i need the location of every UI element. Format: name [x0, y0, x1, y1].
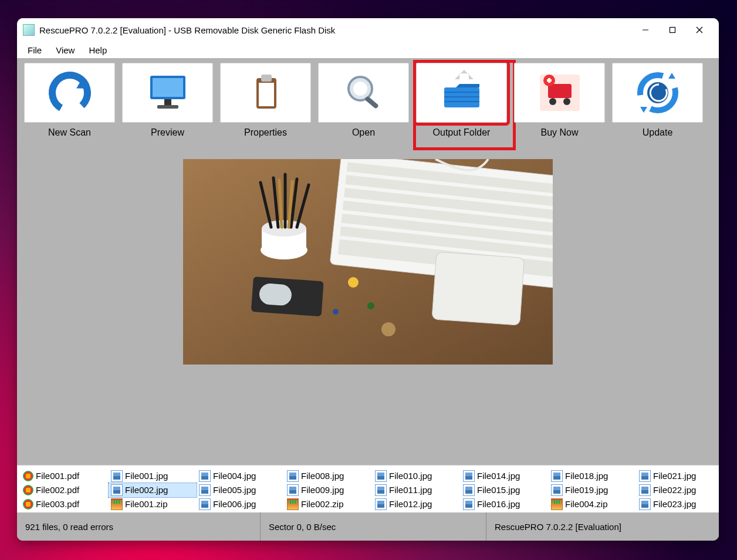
- file-item[interactable]: File002.zip: [285, 497, 373, 511]
- file-item[interactable]: File002.jpg: [109, 483, 197, 497]
- file-item[interactable]: File016.jpg: [461, 497, 549, 511]
- pdf-file-icon: [23, 485, 33, 495]
- file-item[interactable]: File018.jpg: [549, 469, 637, 483]
- file-item[interactable]: File008.jpg: [285, 469, 373, 483]
- zip-file-icon: [287, 498, 299, 510]
- menu-view[interactable]: View: [49, 44, 82, 56]
- svg-marker-31: [640, 107, 647, 113]
- file-name: File008.jpg: [301, 471, 344, 481]
- toolbar-new-scan[interactable]: New Scan: [24, 63, 115, 138]
- maximize-button[interactable]: [659, 21, 686, 39]
- app-icon: [23, 24, 35, 36]
- toolbar: New Scan Preview Properties Open Output …: [17, 58, 719, 143]
- file-item[interactable]: File004.jpg: [197, 469, 285, 483]
- file-name: File019.jpg: [565, 485, 608, 495]
- minimize-button[interactable]: [632, 21, 659, 39]
- file-item[interactable]: File005.jpg: [197, 483, 285, 497]
- file-name: File004.zip: [565, 499, 608, 509]
- title-bar[interactable]: RescuePRO 7.0.2.2 [Evaluation] - USB Rem…: [17, 18, 719, 42]
- jpg-file-icon: [463, 484, 475, 496]
- file-name: File021.jpg: [653, 471, 696, 481]
- file-list-panel: File001.pdf File002.pdf File003.pdf File…: [17, 465, 719, 513]
- file-item[interactable]: File006.jpg: [197, 497, 285, 511]
- file-item[interactable]: File003.pdf: [21, 497, 109, 511]
- zip-file-icon: [111, 498, 123, 510]
- file-item[interactable]: File014.jpg: [461, 469, 549, 483]
- file-item[interactable]: File021.jpg: [637, 469, 719, 483]
- svg-rect-11: [259, 83, 274, 106]
- file-list[interactable]: File001.pdf File002.pdf File003.pdf File…: [17, 465, 719, 513]
- file-item[interactable]: File012.jpg: [373, 497, 461, 511]
- svg-marker-30: [668, 73, 675, 79]
- svg-point-23: [549, 98, 556, 105]
- preview-area: [17, 143, 719, 417]
- file-item[interactable]: File015.jpg: [461, 483, 549, 497]
- toolbar-label: Properties: [220, 127, 311, 138]
- zip-file-icon: [551, 498, 563, 510]
- toolbar-update[interactable]: Update: [612, 63, 703, 138]
- jpg-file-icon: [111, 470, 123, 482]
- file-item[interactable]: File022.jpg: [637, 483, 719, 497]
- status-bar: 921 files, 0 read errors Sector 0, 0 B/s…: [17, 512, 719, 541]
- minimize-icon: [642, 26, 649, 33]
- app-window: RescuePRO 7.0.2.2 [Evaluation] - USB Rem…: [17, 18, 719, 541]
- toolbar-properties[interactable]: Properties: [220, 63, 311, 138]
- status-sector: Sector 0, 0 B/sec: [260, 512, 486, 541]
- pdf-file-icon: [23, 471, 33, 481]
- file-item[interactable]: File023.jpg: [637, 497, 719, 511]
- maximize-icon: [669, 26, 676, 33]
- file-item[interactable]: File001.pdf: [21, 469, 109, 483]
- jpg-file-icon: [199, 512, 211, 513]
- file-name: File016.jpg: [477, 499, 520, 509]
- svg-marker-16: [455, 70, 474, 79]
- close-button[interactable]: [686, 21, 713, 39]
- status-version: RescuePRO 7.0.2.2 [Evaluation]: [486, 512, 719, 541]
- svg-rect-17: [444, 87, 479, 107]
- new-scan-icon: [24, 63, 115, 123]
- jpg-file-icon: [375, 470, 387, 482]
- file-name: File002.jpg: [125, 485, 168, 495]
- menu-file[interactable]: File: [21, 44, 49, 56]
- file-item[interactable]: File004.zip: [549, 497, 637, 511]
- file-item[interactable]: File001.zip: [109, 497, 197, 511]
- file-item[interactable]: File001.jpg: [109, 469, 197, 483]
- jpg-file-icon: [199, 470, 211, 482]
- jpg-file-icon: [287, 484, 299, 496]
- jpg-file-icon: [639, 470, 651, 482]
- menu-bar: File View Help: [17, 42, 719, 58]
- menu-help[interactable]: Help: [82, 44, 114, 56]
- file-item[interactable]: File011.jpg: [373, 483, 461, 497]
- file-name: File009.jpg: [301, 485, 344, 495]
- svg-rect-27: [548, 78, 550, 83]
- toolbar-label: Update: [612, 127, 703, 138]
- file-name: File003.pdf: [36, 499, 79, 509]
- jpg-file-icon: [639, 484, 651, 496]
- jpg-file-icon: [639, 512, 651, 513]
- toolbar-label: Buy Now: [514, 127, 605, 138]
- toolbar-open[interactable]: Open: [318, 63, 409, 138]
- file-item[interactable]: File010.jpg: [373, 469, 461, 483]
- jpg-file-icon: [375, 484, 387, 496]
- update-icon: [612, 63, 703, 123]
- jpg-file-icon: [551, 512, 563, 513]
- buy-now-icon: [514, 63, 605, 123]
- file-name: File023.jpg: [653, 499, 696, 509]
- jpg-file-icon: [463, 470, 475, 482]
- file-item[interactable]: File002.pdf: [21, 483, 109, 497]
- toolbar-output-folder[interactable]: Output Folder: [416, 63, 507, 138]
- jpg-file-icon: [463, 498, 475, 510]
- jpg-file-icon: [111, 512, 123, 513]
- svg-point-24: [563, 98, 570, 105]
- svg-point-36: [381, 322, 395, 336]
- jpg-file-icon: [551, 484, 563, 496]
- toolbar-preview[interactable]: Preview: [122, 63, 213, 138]
- svg-point-4: [46, 70, 94, 116]
- svg-point-33: [348, 277, 359, 288]
- file-name: File010.jpg: [389, 471, 432, 481]
- open-icon: [318, 63, 409, 123]
- file-name: File014.jpg: [477, 471, 520, 481]
- preview-image[interactable]: [183, 159, 553, 365]
- toolbar-buy-now[interactable]: Buy Now: [514, 63, 605, 138]
- file-item[interactable]: File009.jpg: [285, 483, 373, 497]
- file-item[interactable]: File019.jpg: [549, 483, 637, 497]
